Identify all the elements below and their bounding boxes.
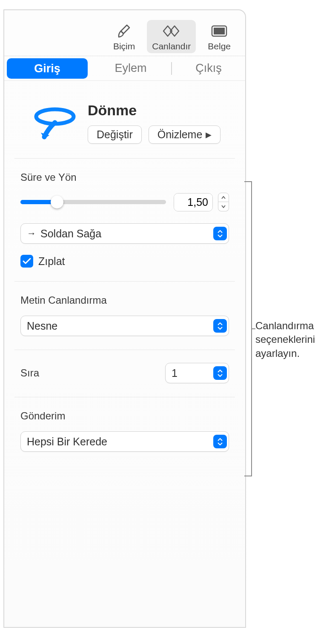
text-anim-select[interactable]: Nesne: [20, 316, 229, 336]
toolbar-document-label: Belge: [208, 41, 231, 51]
toolbar-document[interactable]: Belge: [203, 20, 236, 53]
updown-icon: [213, 319, 227, 333]
callout-text: Canlandırma seçeneklerini ayarlayın.: [255, 319, 335, 360]
tab-build-out[interactable]: Çıkış: [172, 58, 245, 78]
diamonds-icon: [161, 23, 182, 40]
order-select[interactable]: 1: [165, 363, 229, 383]
duration-slider[interactable]: [20, 200, 166, 204]
duration-field[interactable]: [174, 193, 213, 211]
bounce-label: Zıplat: [38, 255, 65, 268]
duration-input[interactable]: [174, 194, 212, 211]
tab-action[interactable]: Eylem: [90, 58, 171, 78]
stepper-up[interactable]: [218, 193, 229, 202]
callout-bracket: [244, 181, 252, 476]
play-icon: ▶: [206, 130, 212, 140]
tab-build-in[interactable]: Giriş: [7, 58, 88, 79]
duration-stepper: [218, 193, 229, 211]
delivery-select[interactable]: Hepsi Bir Kerede: [20, 431, 229, 452]
change-button[interactable]: Değiştir: [88, 125, 142, 144]
toolbar: Biçim Canlandır Belge: [4, 10, 245, 56]
brush-icon: [116, 23, 133, 40]
order-label: Sıra: [20, 367, 39, 379]
updown-icon: [213, 227, 227, 240]
updown-icon: [213, 435, 227, 448]
preview-button[interactable]: Önizleme ▶: [149, 125, 221, 144]
direction-select[interactable]: → Soldan Sağa: [20, 223, 229, 244]
bounce-checkbox[interactable]: [20, 255, 33, 268]
direction-value: Soldan Sağa: [40, 228, 101, 240]
preview-button-label: Önizleme: [157, 128, 203, 141]
screen-icon: [210, 23, 229, 40]
effect-header: Dönme Değiştir Önizleme ▶: [14, 81, 235, 159]
arrow-right-icon: →: [27, 228, 36, 239]
section-text-anim: Metin Canlandırma Nesne: [14, 282, 235, 350]
section-order: Sıra 1: [14, 350, 235, 397]
order-value: 1: [172, 367, 178, 379]
check-icon: [23, 258, 31, 265]
toolbar-format-label: Biçim: [113, 41, 135, 51]
toolbar-animate-label: Canlandır: [152, 41, 191, 51]
stepper-down[interactable]: [218, 202, 229, 211]
spin-icon: [31, 102, 78, 143]
delivery-value: Hepsi Bir Kerede: [27, 436, 107, 448]
toolbar-animate[interactable]: Canlandır: [147, 20, 196, 53]
toolbar-format[interactable]: Biçim: [108, 20, 140, 53]
updown-icon: [213, 366, 227, 380]
text-anim-value: Nesne: [27, 320, 57, 332]
section-duration: Süre ve Yön: [14, 159, 235, 282]
svg-rect-1: [214, 28, 225, 34]
text-anim-label: Metin Canlandırma: [20, 294, 229, 306]
change-button-label: Değiştir: [97, 128, 133, 141]
slider-thumb[interactable]: [51, 196, 63, 208]
inspector-panel: Biçim Canlandır Belge Giriş Eylem: [3, 9, 246, 628]
duration-label: Süre ve Yön: [20, 171, 229, 183]
delivery-label: Gönderim: [20, 410, 229, 422]
callout-leader: [252, 328, 255, 329]
section-delivery: Gönderim Hepsi Bir Kerede: [14, 397, 235, 465]
effect-title: Dönme: [88, 102, 225, 119]
tab-row: Giriş Eylem Çıkış: [4, 56, 245, 81]
